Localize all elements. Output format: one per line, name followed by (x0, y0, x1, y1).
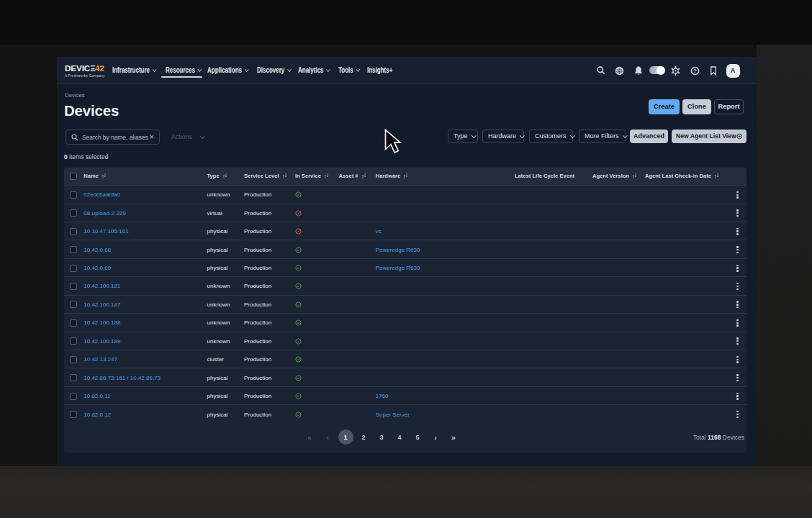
svg-text:?: ? (693, 68, 697, 74)
